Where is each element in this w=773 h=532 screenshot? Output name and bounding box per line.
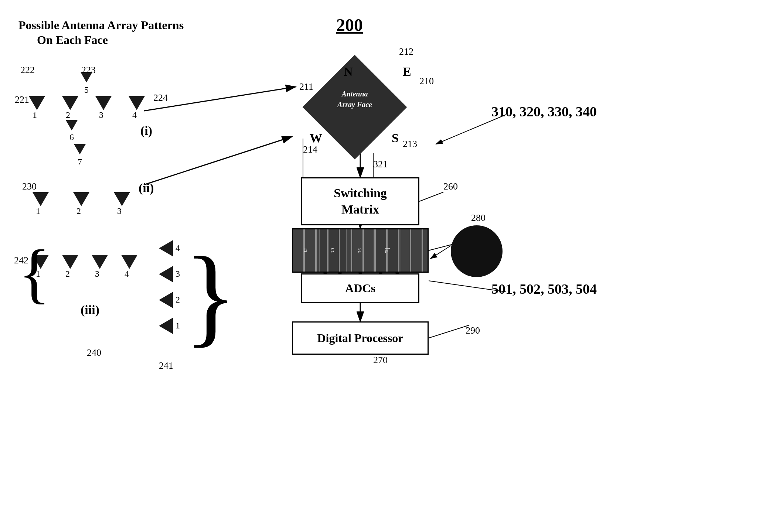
ref-321: 321 — [373, 159, 388, 170]
ref-230: 230 — [22, 181, 37, 192]
num-7: 7 — [78, 157, 82, 167]
antenna-array-label: AntennaArray Face — [321, 89, 388, 110]
num-3c: 3 — [95, 269, 99, 279]
tri-group2-1 — [33, 192, 49, 206]
num-2c: 2 — [65, 269, 70, 279]
dir-N-label: N — [344, 65, 353, 79]
dir-W-label: W — [310, 131, 322, 145]
ref-280: 280 — [471, 212, 486, 224]
tri-group1-3 — [95, 96, 112, 110]
tri-group1-1 — [29, 96, 45, 110]
tri-group3-4 — [121, 255, 137, 269]
adc-box: ADCs — [301, 273, 419, 303]
svg-line-15 — [430, 246, 451, 259]
tri-left-3 — [159, 266, 173, 282]
num-1d: 1 — [176, 321, 180, 331]
num-4a: 4 — [132, 110, 137, 120]
svg-line-13 — [419, 192, 443, 201]
num-4c: 4 — [125, 269, 129, 279]
num-2b: 2 — [76, 206, 81, 216]
ref-212: 212 — [399, 46, 413, 57]
ref-501-504: 501, 502, 503, 504 — [491, 281, 597, 297]
ref-224: 224 — [153, 92, 168, 103]
brace-group3: { — [18, 240, 50, 307]
svg-line-12 — [144, 137, 292, 185]
num-3b: 3 — [117, 206, 122, 216]
ref-223: 223 — [81, 65, 96, 76]
dir-S-label: S — [392, 131, 399, 145]
tri-left-1 — [159, 318, 173, 334]
title-line2: On Each Face — [37, 33, 108, 47]
ref-260: 260 — [443, 181, 458, 192]
tri-group3-2 — [62, 255, 78, 269]
ref-211: 211 — [299, 81, 313, 92]
svg-line-18 — [429, 325, 469, 338]
ref-242: 242 — [14, 255, 28, 266]
ref-222: 222 — [20, 65, 35, 76]
tri-group1-2 — [62, 96, 78, 110]
digital-processor-box: Digital Processor — [292, 321, 429, 355]
num-4d: 4 — [176, 243, 180, 253]
ref-270: 270 — [373, 355, 388, 366]
ref-214: 214 — [303, 144, 317, 155]
num-3d: 3 — [176, 269, 180, 279]
diagram-ref: 200 — [336, 15, 363, 35]
tri-group1-6 — [66, 120, 78, 130]
num-5: 5 — [84, 85, 89, 95]
switching-matrix-label: Switching Matrix — [334, 185, 387, 218]
num-3a: 3 — [99, 110, 103, 120]
receiver-array-box: r₁ c₁ s₁ h₁ — [292, 228, 429, 273]
tri-group1-7 — [74, 144, 86, 154]
label-ii: (ii) — [139, 181, 154, 195]
ref-210: 210 — [419, 76, 434, 87]
num-1a: 1 — [33, 110, 37, 120]
ref-221: 221 — [15, 94, 29, 105]
digital-processor-label: Digital Processor — [317, 331, 403, 345]
tri-left-4 — [159, 240, 173, 256]
tri-group1-4 — [129, 96, 145, 110]
tri-left-2 — [159, 292, 173, 308]
switching-matrix-box: Switching Matrix — [301, 177, 419, 225]
tri-group2-3 — [114, 192, 130, 206]
ref-241: 241 — [159, 360, 173, 371]
circle-280 — [451, 225, 503, 277]
num-2a: 2 — [66, 110, 70, 120]
ref-310-340: 310, 320, 330, 340 — [491, 103, 597, 120]
num-2d: 2 — [176, 295, 180, 305]
adc-label: ADCs — [345, 282, 375, 295]
label-i: (i) — [140, 124, 152, 138]
brace-right: } — [184, 240, 237, 351]
ref-290: 290 — [466, 325, 480, 336]
ref-240: 240 — [87, 347, 101, 358]
num-1b: 1 — [36, 206, 40, 216]
title-line1: Possible Antenna Array Patterns — [18, 18, 184, 32]
tri-group3-3 — [92, 255, 108, 269]
num-6: 6 — [69, 132, 74, 142]
ref-213: 213 — [403, 139, 417, 150]
dir-E-label: E — [403, 65, 411, 79]
label-iii: (iii) — [81, 303, 99, 317]
tri-group2-2 — [73, 192, 89, 206]
